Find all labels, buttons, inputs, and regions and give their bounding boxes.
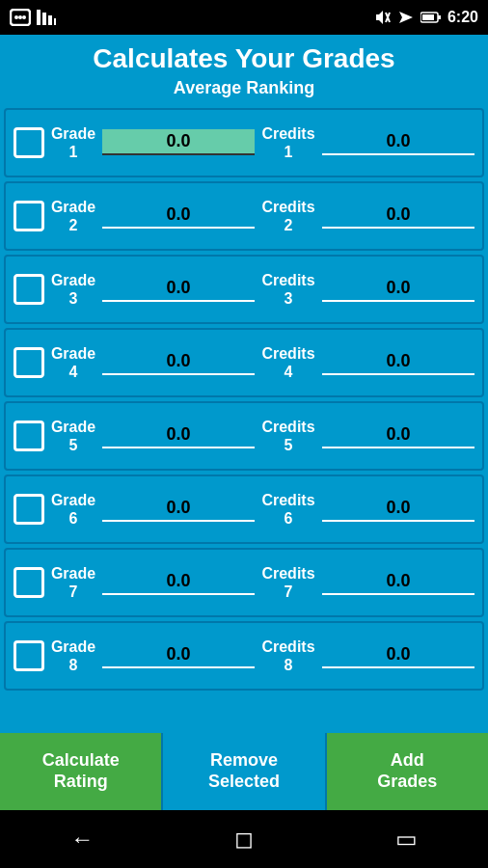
row-checkbox-7[interactable] [14, 567, 44, 598]
svg-rect-6 [48, 15, 52, 25]
app-header: Calculates Your Grades Average Ranking [0, 35, 488, 104]
grade-input-5[interactable] [102, 422, 255, 448]
grade-label-3: Grade3 [48, 271, 98, 308]
svg-point-2 [18, 15, 22, 19]
credits-input-group-4: 0.0 [322, 349, 474, 375]
grade-input-group-5 [102, 422, 255, 448]
credits-label-1: Credits1 [258, 124, 318, 161]
plane-icon [397, 9, 415, 26]
grade-row: Grade2 Credits2 0.0 [4, 181, 484, 251]
grade-input-group-4 [102, 349, 255, 375]
home-icon[interactable]: ◻ [234, 826, 254, 853]
grade-label-8: Grade8 [48, 637, 98, 674]
svg-point-3 [22, 15, 26, 19]
row-checkbox-2[interactable] [14, 201, 44, 231]
app-subtitle: Average Ranking [8, 78, 480, 98]
credits-value-7: 0.0 [322, 569, 474, 595]
row-checkbox-5[interactable] [14, 420, 44, 451]
grades-container: Grade1 Credits1 0.0 Grade2 Credits2 0.0 … [0, 104, 488, 733]
app-title: Calculates Your Grades [8, 44, 480, 74]
svg-rect-4 [37, 10, 41, 25]
grade-input-group-8 [102, 642, 255, 668]
svg-rect-11 [422, 14, 434, 20]
grade-input-7[interactable] [102, 569, 255, 595]
bbm-icon [10, 9, 31, 26]
credits-input-group-8: 0.0 [322, 642, 474, 668]
credits-input-group-6: 0.0 [322, 496, 474, 522]
credits-label-3: Credits3 [258, 271, 318, 308]
credits-label-7: Credits7 [258, 564, 318, 601]
remove-selected-button[interactable]: RemoveSelected [161, 733, 326, 810]
grade-input-group-3 [102, 276, 255, 302]
credits-value-4: 0.0 [322, 349, 474, 375]
grade-row: Grade8 Credits8 0.0 [4, 621, 484, 691]
grade-input-group-6 [102, 496, 255, 522]
credits-label-4: Credits4 [258, 344, 318, 381]
status-bar-left [10, 9, 56, 26]
status-bar: 6:20 [0, 0, 488, 35]
bottom-buttons: CalculateRating RemoveSelected AddGrades [0, 733, 488, 810]
svg-rect-7 [54, 18, 56, 25]
grade-label-2: Grade2 [48, 198, 98, 234]
grade-label-7: Grade7 [48, 564, 98, 601]
battery-icon [420, 12, 442, 23]
grade-row: Grade5 Credits5 0.0 [4, 401, 484, 471]
add-grades-button[interactable]: AddGrades [327, 733, 488, 810]
grade-input-3[interactable] [102, 276, 255, 302]
grade-row: Grade7 Credits7 0.0 [4, 548, 484, 617]
credits-label-8: Credits8 [258, 637, 318, 674]
row-checkbox-3[interactable] [14, 274, 44, 305]
credits-input-group-2: 0.0 [322, 203, 474, 229]
nav-bar: ← ◻ ▭ [0, 810, 488, 868]
grade-row: Grade6 Credits6 0.0 [4, 475, 484, 544]
grade-input-group-2 [102, 203, 255, 229]
grade-input-6[interactable] [102, 496, 255, 522]
credits-input-group-3: 0.0 [322, 276, 474, 302]
status-bar-right: 6:20 [374, 9, 478, 26]
svg-rect-5 [42, 13, 46, 25]
bars-icon [37, 9, 56, 26]
grade-input-1[interactable] [102, 129, 255, 155]
svg-point-1 [14, 15, 18, 19]
credits-value-6: 0.0 [322, 496, 474, 522]
grade-input-4[interactable] [102, 349, 255, 375]
recents-icon[interactable]: ▭ [395, 826, 418, 853]
svg-rect-12 [438, 15, 441, 19]
credits-value-1: 0.0 [322, 129, 474, 155]
grade-label-4: Grade4 [48, 344, 98, 381]
credits-input-group-5: 0.0 [322, 422, 474, 448]
grade-input-group-1 [102, 129, 255, 155]
grade-label-1: Grade1 [48, 124, 98, 161]
grade-label-6: Grade6 [48, 491, 98, 528]
credits-label-6: Credits6 [258, 491, 318, 528]
back-icon[interactable]: ← [70, 826, 94, 853]
credits-label-5: Credits5 [258, 418, 318, 454]
calculate-button[interactable]: CalculateRating [0, 733, 161, 810]
grade-input-group-7 [102, 569, 255, 595]
credits-value-3: 0.0 [322, 276, 474, 302]
credits-value-2: 0.0 [322, 203, 474, 229]
grade-input-8[interactable] [102, 642, 255, 668]
credits-input-group-1: 0.0 [322, 129, 474, 155]
credits-label-2: Credits2 [258, 198, 318, 234]
mute-icon [374, 9, 392, 26]
row-checkbox-1[interactable] [14, 127, 44, 158]
app: Calculates Your Grades Average Ranking G… [0, 35, 488, 810]
row-checkbox-6[interactable] [14, 494, 44, 525]
credits-input-group-7: 0.0 [322, 569, 474, 595]
grade-row: Grade3 Credits3 0.0 [4, 255, 484, 324]
row-checkbox-4[interactable] [14, 347, 44, 378]
status-time: 6:20 [447, 9, 478, 26]
grade-row: Grade1 Credits1 0.0 [4, 108, 484, 177]
grade-row: Grade4 Credits4 0.0 [4, 328, 484, 397]
grade-label-5: Grade5 [48, 418, 98, 454]
grade-input-2[interactable] [102, 203, 255, 229]
credits-value-5: 0.0 [322, 422, 474, 448]
row-checkbox-8[interactable] [14, 640, 44, 671]
credits-value-8: 0.0 [322, 642, 474, 668]
